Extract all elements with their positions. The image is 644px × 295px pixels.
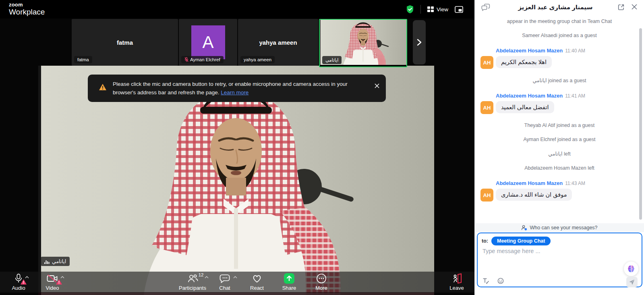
close-chat-icon[interactable] — [631, 4, 638, 10]
message-bubble: اتفضل معالى العميد — [496, 101, 554, 113]
mic-muted-icon — [184, 57, 188, 62]
avatar-letter: A — [191, 25, 225, 59]
message-time: 11:41 AM — [565, 93, 585, 99]
security-shield-icon[interactable] — [406, 5, 414, 14]
more-label: More — [315, 285, 327, 291]
send-button[interactable] — [626, 277, 638, 287]
tile-name-chip: Ayman Elchref — [181, 56, 224, 63]
chat-message: Abdelazeem Hosam Mazen11:43 AM AH موفق ا… — [480, 179, 638, 202]
audio-level-icon — [44, 259, 50, 264]
audio-options-chevron[interactable] — [25, 276, 29, 278]
active-speaker-name-chip: اياتامي — [41, 257, 70, 266]
sender-name: Abdelazeem Hosam Mazen — [496, 93, 563, 99]
ai-companion-button[interactable] — [624, 262, 638, 276]
message-time: 11:43 AM — [565, 181, 585, 186]
recipient-pill[interactable]: Meeting Group Chat — [491, 237, 551, 245]
system-message: Sameer Alsaedi joined as a guest — [480, 33, 638, 38]
warning-triangle-icon — [99, 84, 106, 90]
chat-button[interactable]: Chat — [209, 273, 241, 291]
chat-message: Abdelazeem Hosam Mazen11:41 AM AH اتفضل … — [480, 92, 638, 114]
sender-name: Abdelazeem Hosam Mazen — [496, 180, 563, 186]
video-bottom-shade — [38, 292, 434, 295]
participants-count: 12 — [199, 272, 204, 277]
chat-title: سيمنار مشارى عبد العزيز — [499, 4, 612, 11]
audio-button[interactable]: Audio — [6, 273, 31, 291]
participant-tile-fatma[interactable]: fatma fatma — [72, 19, 178, 66]
audio-warning-icon — [21, 279, 27, 285]
participants-label: Participants — [179, 285, 206, 291]
share-screen-icon — [284, 273, 294, 284]
format-text-icon[interactable] — [482, 278, 489, 284]
system-message: Theyab Al Atif joined as a guest — [480, 123, 638, 128]
tile-chip-label: اياتامي — [325, 57, 338, 63]
who-can-see-notice[interactable]: Who can see your messages? — [475, 223, 644, 232]
thumbnail-next-button[interactable] — [413, 20, 426, 64]
tile-chip-label: fatma — [77, 57, 89, 62]
tile-name-chip: yahya ameen — [240, 56, 275, 63]
learn-more-link[interactable]: Learn more — [221, 89, 248, 96]
banner-close-icon[interactable] — [375, 83, 379, 88]
tile-chip-label: yahya ameen — [244, 57, 271, 62]
view-label: View — [437, 6, 448, 12]
view-button[interactable]: View — [427, 6, 448, 12]
react-label: React — [250, 285, 264, 291]
system-message: اياتامي joined as a guest — [480, 77, 638, 83]
video-label: Video — [46, 285, 59, 291]
video-options-chevron[interactable] — [60, 276, 64, 278]
message-composer: to: Meeting Group Chat Type message here… — [477, 233, 642, 287]
picture-in-picture-icon[interactable] — [455, 6, 463, 13]
send-plane-icon — [629, 279, 635, 285]
pop-out-icon[interactable] — [617, 4, 625, 11]
participants-chevron[interactable] — [205, 276, 209, 278]
react-button[interactable]: React — [241, 273, 273, 291]
share-button[interactable]: Share — [273, 273, 305, 291]
sender-avatar: AH — [480, 56, 493, 69]
sender-avatar: AH — [480, 101, 493, 114]
ai-brain-icon — [627, 264, 636, 273]
to-label: to: — [482, 238, 488, 244]
chat-chevron[interactable] — [233, 276, 237, 278]
leave-button[interactable]: Leave — [445, 273, 469, 291]
chat-scrollbar[interactable] — [639, 28, 642, 220]
participant-tile-active-speaker[interactable]: اياتامي — [319, 19, 407, 67]
message-bubble: موفق ان شاء الله د.مشارى — [496, 189, 572, 201]
person-privacy-icon — [521, 225, 527, 231]
leave-label: Leave — [449, 285, 464, 291]
grid-view-icon — [427, 6, 434, 12]
tile-chip-label: Ayman Elchref — [190, 57, 220, 62]
audio-label: Audio — [12, 285, 25, 291]
toolbar-center-group: 12 Participants Chat — [176, 273, 338, 291]
video-button[interactable]: Video — [40, 273, 64, 291]
message-bubble: اهلا بجمعكم الكريم — [496, 56, 552, 68]
chat-message: Abdelazeem Hosam Mazen11:40 AM AH اهلا ب… — [480, 47, 638, 69]
tile-name-chip: اياتامي — [322, 56, 342, 64]
brand-workplace: Workplace — [9, 8, 45, 16]
tile-center-name: fatma — [72, 39, 178, 46]
emoji-icon[interactable] — [497, 278, 504, 284]
chat-label: Chat — [219, 285, 230, 291]
tile-center-name: yahya ameen — [238, 39, 318, 46]
share-label: Share — [282, 285, 296, 291]
participant-tile-ayman[interactable]: A Ayman Elchref — [179, 19, 237, 66]
notice-text: Who can see your messages? — [530, 225, 597, 231]
tile-name-chip: fatma — [74, 56, 92, 63]
participants-button[interactable]: 12 Participants — [176, 273, 209, 291]
top-bar: zoom Workplace View — [0, 0, 474, 19]
message-input[interactable]: Type message here ... — [482, 248, 638, 271]
video-warning-icon — [56, 279, 62, 285]
system-message: appear in the meeting group chat in Team… — [480, 19, 638, 24]
topbar-divider — [420, 5, 421, 14]
sender-avatar: AH — [480, 189, 493, 202]
message-time: 11:40 AM — [565, 48, 585, 54]
system-message: Abdelazeem Hosam Mazen left — [480, 165, 638, 171]
meeting-toolbar: Audio Video — [0, 272, 474, 293]
meeting-stage: اياتامي zoom Workplace View — [0, 0, 474, 295]
participants-icon — [187, 274, 198, 283]
chat-bubbles-icon[interactable] — [481, 3, 490, 11]
more-button[interactable]: More — [305, 273, 338, 291]
more-ellipsis-icon — [316, 273, 327, 284]
heart-icon — [252, 274, 262, 283]
zoom-workplace-logo: zoom Workplace — [9, 2, 45, 16]
participant-tile-yahya[interactable]: yahya ameen yahya ameen — [238, 19, 318, 66]
mic-camera-warning-banner: Please click the mic and camera button t… — [88, 75, 386, 102]
